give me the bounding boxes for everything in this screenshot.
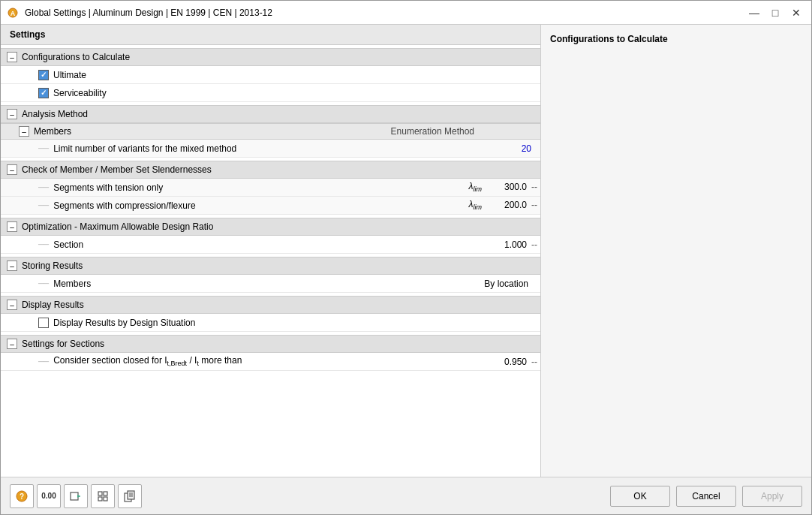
export2-button[interactable]: [91, 484, 115, 508]
indent-section: ──: [38, 240, 49, 248]
main-content: Settings – Configurations to Calculate ✓…: [1, 25, 811, 477]
closed-section-value: 0.950: [489, 357, 527, 367]
svg-rect-8: [104, 492, 107, 495]
settings-content: – Configurations to Calculate ✓ Ultimate…: [1, 45, 540, 477]
indent-closed: ──: [38, 357, 49, 366]
zero-button[interactable]: 0.00: [37, 484, 61, 508]
section-configurations-label: Configurations to Calculate: [22, 52, 130, 62]
serviceability-checkbox[interactable]: ✓: [38, 88, 49, 98]
tension-symbol: λlim: [469, 181, 482, 193]
compression-symbol: λlim: [469, 199, 482, 211]
members-storing-value-area: By location: [405, 279, 540, 289]
export1-button[interactable]: [64, 484, 88, 508]
tension-row: ── Segments with tension only λlim 300.0…: [1, 179, 540, 197]
section-ratio-value-area: 1.000 --: [405, 239, 540, 250]
compression-label: Segments with compression/flexure: [53, 200, 405, 211]
section-display[interactable]: – Display Results: [1, 296, 540, 314]
members-storing-label: Members: [53, 279, 405, 289]
minimize-button[interactable]: —: [745, 5, 763, 20]
toolbar-icons: ? 0.00: [10, 484, 610, 508]
section-ratio-row: ── Section 1.000 --: [1, 236, 540, 254]
tension-unit: --: [531, 182, 537, 192]
collapse-optimization[interactable]: –: [7, 221, 17, 232]
section-ratio-value: 1.000: [489, 239, 527, 250]
section-analysis-label: Analysis Method: [22, 109, 88, 119]
right-panel-title: Configurations to Calculate: [550, 34, 802, 44]
indent-tension: ──: [38, 183, 49, 191]
collapse-sections-settings[interactable]: –: [7, 339, 17, 349]
indent-members: ──: [38, 279, 49, 288]
close-button[interactable]: ✕: [787, 5, 805, 20]
collapse-display[interactable]: –: [7, 300, 17, 310]
dialog-buttons: OK Cancel Apply: [610, 486, 802, 507]
left-panel: Settings – Configurations to Calculate ✓…: [1, 25, 541, 477]
display-results-label: Display Results by Design Situation: [53, 318, 195, 328]
collapse-slenderness[interactable]: –: [7, 164, 17, 175]
section-storing[interactable]: – Storing Results: [1, 257, 540, 275]
settings-header: Settings: [1, 25, 540, 45]
indent-line: ──: [38, 144, 49, 152]
bottom-bar: ? 0.00: [1, 477, 811, 514]
window-controls: — □ ✕: [745, 5, 805, 20]
cancel-button[interactable]: Cancel: [676, 486, 736, 507]
limit-variants-row: ── Limit number of variants for the mixe…: [1, 140, 540, 158]
ultimate-row: ✓ Ultimate: [1, 66, 540, 84]
right-panel: Configurations to Calculate: [541, 25, 811, 477]
section-sections-settings[interactable]: – Settings for Sections: [1, 335, 540, 353]
collapse-configurations[interactable]: –: [7, 52, 17, 62]
ok-button[interactable]: OK: [610, 486, 670, 507]
svg-rect-9: [98, 497, 102, 501]
section-ratio-unit: --: [531, 239, 537, 250]
members-storing-value: By location: [484, 279, 528, 289]
limit-variants-value-area: 20: [405, 143, 540, 154]
compression-value: 200.0: [489, 200, 527, 210]
section-analysis[interactable]: – Analysis Method: [1, 105, 540, 123]
serviceability-label: Serviceability: [53, 88, 107, 98]
limit-variants-value: 20: [486, 143, 531, 154]
indent-compression: ──: [38, 201, 49, 209]
section-ratio-label: Section: [53, 239, 405, 250]
section-sections-settings-label: Settings for Sections: [22, 339, 104, 349]
collapse-analysis[interactable]: –: [7, 109, 17, 119]
tension-value: 300.0: [489, 182, 527, 192]
display-results-row: Display Results by Design Situation: [1, 314, 540, 332]
compression-unit: --: [531, 200, 537, 210]
apply-button[interactable]: Apply: [742, 486, 802, 507]
compression-row: ── Segments with compression/flexure λli…: [1, 197, 540, 215]
members-storing-row: ── Members By location: [1, 275, 540, 293]
help-button[interactable]: ?: [10, 484, 34, 508]
display-results-checkbox[interactable]: [38, 318, 49, 328]
section-optimization[interactable]: – Optimization - Maximum Allowable Desig…: [1, 218, 540, 236]
collapse-storing[interactable]: –: [7, 261, 17, 271]
ultimate-checkbox[interactable]: ✓: [38, 70, 49, 80]
ultimate-label: Ultimate: [53, 70, 86, 80]
main-window: A Global Settings | Aluminum Design | EN…: [0, 0, 812, 515]
section-slenderness-label: Check of Member / Member Set Slenderness…: [22, 164, 212, 175]
serviceability-row: ✓ Serviceability: [1, 84, 540, 102]
limit-variants-label: Limit number of variants for the mixed m…: [53, 143, 405, 154]
svg-rect-7: [98, 492, 102, 495]
section-configurations[interactable]: – Configurations to Calculate: [1, 48, 540, 66]
enumeration-label: Enumeration Method: [391, 126, 474, 137]
section-optimization-label: Optimization - Maximum Allowable Design …: [22, 221, 213, 232]
tension-value-area: λlim 300.0 --: [405, 181, 540, 193]
tension-label: Segments with tension only: [53, 182, 405, 193]
window-title: Global Settings | Aluminum Design | EN 1…: [25, 8, 745, 18]
closed-section-row: ── Consider section closed for It,Bredt …: [1, 353, 540, 371]
title-bar: A Global Settings | Aluminum Design | EN…: [1, 1, 811, 25]
svg-text:?: ?: [20, 492, 24, 501]
closed-section-label: Consider section closed for It,Bredt / I…: [53, 355, 405, 367]
compression-value-area: λlim 200.0 --: [405, 199, 540, 211]
maximize-button[interactable]: □: [766, 5, 784, 20]
section-slenderness[interactable]: – Check of Member / Member Set Slenderne…: [1, 161, 540, 179]
svg-rect-10: [104, 497, 107, 501]
section-storing-label: Storing Results: [22, 261, 83, 271]
svg-text:A: A: [11, 10, 16, 17]
section-display-label: Display Results: [22, 300, 84, 310]
svg-rect-4: [71, 492, 78, 500]
subsection-members[interactable]: – Members Enumeration Method: [1, 123, 540, 140]
copy-button[interactable]: [118, 484, 142, 508]
app-icon: A: [7, 7, 19, 19]
collapse-members[interactable]: –: [19, 126, 29, 137]
members-sublabel: Members: [34, 126, 391, 137]
